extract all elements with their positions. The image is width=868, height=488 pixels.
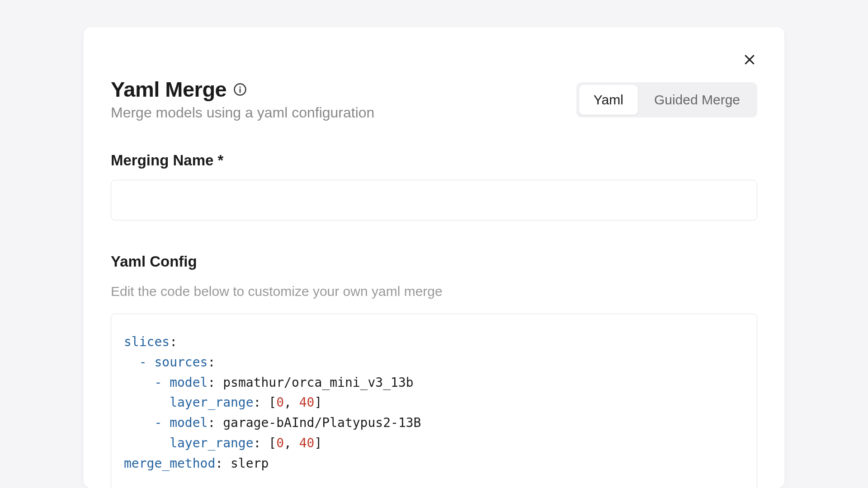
close-button[interactable] (740, 50, 760, 70)
yaml-number: 40 (299, 436, 315, 450)
modal-header: Yaml Merge Merge models using a yaml con… (111, 77, 757, 121)
yaml-key: slices (124, 334, 170, 349)
yaml-bracket: [ (269, 436, 276, 450)
svg-point-4 (240, 86, 241, 87)
yaml-config-helper: Edit the code below to customize your ow… (111, 284, 757, 299)
yaml-bracket: ] (314, 395, 322, 410)
yaml-value: psmathur/orca_mini_v3_13b (223, 375, 413, 390)
mode-tabs: Yaml Guided Merge (576, 82, 757, 117)
yaml-colon: : (170, 334, 177, 349)
yaml-colon: : (208, 375, 215, 390)
yaml-key: model (170, 415, 208, 430)
yaml-number: 40 (299, 395, 315, 410)
modal-title: Yaml Merge (111, 77, 226, 102)
yaml-colon: : (208, 355, 215, 370)
merging-name-section: Merging Name * (111, 152, 757, 221)
yaml-bracket: ] (314, 436, 322, 450)
yaml-key: layer_range (170, 395, 253, 410)
merging-name-label: Merging Name * (111, 152, 757, 169)
modal-subtitle: Merge models using a yaml configuration (111, 104, 576, 121)
yaml-number: 0 (276, 436, 284, 450)
yaml-bracket: [ (269, 395, 276, 410)
yaml-colon: : (215, 456, 223, 471)
yaml-config-section: Yaml Config Edit the code below to custo… (111, 253, 757, 488)
info-icon[interactable] (233, 82, 247, 97)
yaml-comma: , (284, 395, 299, 410)
yaml-key: merge_method (124, 456, 215, 471)
yaml-code-editor[interactable]: slices: - sources: - model: psmathur/orc… (111, 314, 757, 488)
tab-guided-merge[interactable]: Guided Merge (640, 85, 755, 115)
yaml-value: slerp (231, 456, 269, 471)
yaml-number: 0 (276, 395, 284, 410)
yaml-key: sources (154, 355, 208, 370)
yaml-value: garage-bAInd/Platypus2-13B (223, 415, 421, 430)
close-icon (743, 53, 756, 66)
yaml-dash: - (154, 415, 162, 430)
merging-name-input[interactable] (111, 180, 757, 221)
yaml-colon: : (208, 415, 215, 430)
yaml-comma: , (284, 436, 299, 450)
yaml-config-heading: Yaml Config (111, 253, 757, 270)
yaml-dash: - (154, 375, 162, 390)
yaml-key: layer_range (170, 436, 253, 450)
title-section: Yaml Merge Merge models using a yaml con… (111, 77, 576, 121)
tab-yaml[interactable]: Yaml (579, 85, 638, 115)
yaml-colon: : (254, 436, 261, 450)
yaml-colon: : (254, 395, 261, 410)
yaml-key: model (170, 375, 208, 390)
yaml-dash: - (139, 355, 147, 370)
title-row: Yaml Merge (111, 77, 576, 102)
yaml-merge-modal: Yaml Merge Merge models using a yaml con… (84, 27, 784, 488)
